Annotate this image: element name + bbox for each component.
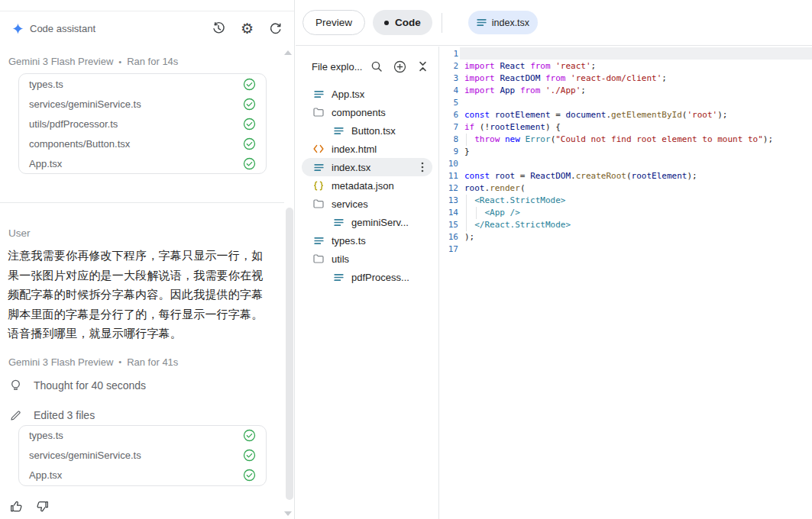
edited-files-card: types.tsservices/geminiService.tsutils/p… bbox=[18, 73, 267, 174]
code-button-label: Code bbox=[395, 17, 421, 28]
app-brand: Code assistant bbox=[12, 23, 95, 34]
code-assistant-app: Code assistant ⚙ Gemini 3 Flash Preview … bbox=[0, 0, 812, 519]
tree-item-label: index.html bbox=[332, 143, 377, 155]
code-line-14: 14 <App /> bbox=[440, 206, 812, 218]
run-duration: Ran for 41s bbox=[127, 356, 178, 368]
settings-icon[interactable]: ⚙ bbox=[241, 22, 254, 35]
scrollbar-down-arrow[interactable] bbox=[284, 511, 292, 516]
edited-file-row[interactable]: services/geminiService.ts bbox=[19, 94, 266, 114]
line-number: 8 bbox=[440, 134, 458, 144]
tree-item-label: components bbox=[332, 107, 386, 118]
edited-label: Edited 3 files bbox=[34, 409, 95, 421]
edited-files-summary[interactable]: Edited 3 files bbox=[10, 409, 286, 422]
refresh-icon[interactable] bbox=[269, 22, 282, 35]
tree-item-services[interactable]: services bbox=[302, 195, 432, 213]
tsx-file-icon bbox=[313, 163, 324, 172]
chat-panel-header: Code assistant ⚙ bbox=[0, 11, 294, 45]
tree-item-utils[interactable]: utils bbox=[302, 250, 432, 268]
editor-tab-label: index.tsx bbox=[492, 18, 529, 28]
line-number: 7 bbox=[440, 122, 458, 132]
search-icon[interactable] bbox=[370, 60, 383, 73]
edited-file-row[interactable]: App.tsx bbox=[19, 153, 266, 173]
line-number: 5 bbox=[440, 98, 458, 108]
message-meta: Gemini 3 Flash Preview • Ran for 41s bbox=[0, 343, 286, 368]
item-menu-icon[interactable] bbox=[417, 162, 428, 172]
editor-tab-index-tsx[interactable]: index.tsx bbox=[468, 11, 538, 34]
tsx-file-icon bbox=[477, 18, 487, 27]
tree-item-label: App.tsx bbox=[332, 89, 364, 100]
message-divider bbox=[0, 202, 284, 203]
line-number: 4 bbox=[440, 85, 458, 95]
file-name: services/geminiService.ts bbox=[29, 98, 141, 110]
indent-guide bbox=[476, 207, 477, 219]
json-file-icon bbox=[313, 181, 324, 191]
pencil-icon bbox=[10, 410, 21, 421]
code-line-10: 10 bbox=[440, 157, 812, 169]
check-circle-icon bbox=[243, 157, 256, 170]
line-number: 1 bbox=[440, 49, 458, 59]
tree-item-geminiserv[interactable]: geminiServ... bbox=[302, 213, 432, 231]
tree-item-label: Button.tsx bbox=[351, 125, 396, 137]
tree-item-label: services bbox=[332, 198, 368, 210]
edited-file-row[interactable]: services/geminiService.ts bbox=[19, 446, 266, 466]
tree-item-types-ts[interactable]: types.ts bbox=[302, 231, 432, 250]
tree-item-index-html[interactable]: index.html bbox=[302, 140, 432, 158]
feedback-bar bbox=[10, 500, 286, 513]
line-number: 17 bbox=[440, 244, 458, 254]
indent-guide bbox=[466, 195, 467, 231]
toolbar-divider bbox=[442, 13, 442, 33]
tree-item-components[interactable]: components bbox=[302, 103, 432, 121]
tree-item-label: pdfProcess... bbox=[351, 272, 409, 283]
edited-file-row[interactable]: types.ts bbox=[19, 426, 266, 446]
tsx-file-icon bbox=[333, 218, 344, 227]
tree-item-metadata-json[interactable]: metadata.json bbox=[302, 176, 432, 195]
tsx-file-icon bbox=[333, 272, 344, 282]
edited-file-row[interactable]: components/Button.tsx bbox=[19, 134, 266, 153]
line-number: 13 bbox=[440, 195, 458, 205]
check-circle-icon bbox=[243, 449, 256, 462]
chat-scroll-area[interactable]: Gemini 3 Flash Preview • Ran for 14s typ… bbox=[0, 46, 286, 519]
tree-item-pdfprocess[interactable]: pdfProcess... bbox=[302, 268, 432, 286]
add-file-icon[interactable] bbox=[393, 60, 406, 73]
file-name: components/Button.tsx bbox=[29, 138, 130, 150]
chat-panel: Code assistant ⚙ Gemini 3 Flash Preview … bbox=[0, 0, 295, 519]
file-name: App.tsx bbox=[29, 469, 62, 481]
code-line-16: 16); bbox=[440, 230, 812, 243]
tree-item-label: index.tsx bbox=[332, 162, 370, 173]
thumb-down-icon[interactable] bbox=[36, 500, 49, 513]
thought-summary[interactable]: Thought for 40 seconds bbox=[10, 379, 286, 392]
check-circle-icon bbox=[243, 137, 256, 150]
edited-files-card: types.tsservices/geminiService.tsApp.tsx bbox=[18, 425, 267, 486]
file-explorer-title: File explo... bbox=[312, 61, 362, 73]
tree-item-button-tsx[interactable]: Button.tsx bbox=[302, 121, 432, 140]
edited-file-row[interactable]: utils/pdfProcessor.ts bbox=[19, 114, 266, 134]
code-line-6: 6const rootElement = document.getElement… bbox=[440, 108, 812, 121]
tree-item-app-tsx[interactable]: App.tsx bbox=[302, 85, 432, 103]
sparkle-icon bbox=[12, 23, 24, 34]
preview-button[interactable]: Preview bbox=[302, 10, 365, 35]
app-title: Code assistant bbox=[30, 23, 95, 34]
history-icon[interactable] bbox=[212, 21, 225, 35]
tree-item-label: types.ts bbox=[332, 235, 366, 247]
code-line-9: 9} bbox=[440, 145, 812, 157]
code-button[interactable]: Code bbox=[373, 10, 432, 35]
line-number: 9 bbox=[440, 147, 458, 156]
edited-file-row[interactable]: App.tsx bbox=[19, 466, 266, 485]
line-number: 2 bbox=[440, 61, 458, 71]
scrollbar-thumb[interactable] bbox=[286, 208, 293, 500]
model-name: Gemini 3 Flash Preview bbox=[8, 356, 113, 368]
thumb-up-icon[interactable] bbox=[10, 500, 23, 513]
workspace-toolbar: Preview Code index.tsx bbox=[296, 0, 812, 46]
message-meta: Gemini 3 Flash Preview • Ran for 14s bbox=[0, 46, 286, 67]
collapse-all-icon[interactable] bbox=[417, 60, 429, 73]
tsx-file-icon bbox=[313, 89, 324, 99]
indent-guide bbox=[466, 134, 467, 146]
line-number: 11 bbox=[440, 171, 458, 181]
scrollbar-up-arrow[interactable] bbox=[284, 50, 292, 55]
html-file-icon bbox=[313, 144, 324, 153]
code-editor[interactable]: 12import React from 'react';3import Reac… bbox=[440, 47, 812, 519]
code-line-11: 11const root = ReactDOM.createRoot(rootE… bbox=[440, 169, 812, 182]
edited-file-row[interactable]: types.ts bbox=[19, 74, 266, 94]
meta-separator: • bbox=[118, 57, 121, 66]
tree-item-index-tsx[interactable]: index.tsx bbox=[302, 158, 432, 176]
